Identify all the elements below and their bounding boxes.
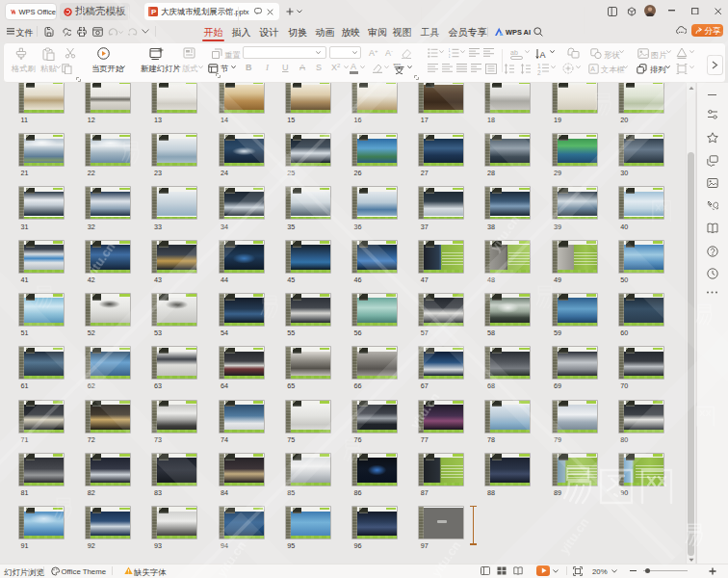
svg-text:A: A — [590, 66, 595, 72]
svg-text:yitu.cn: yitu.cn — [557, 515, 591, 557]
svg-text:ab: ab — [510, 49, 518, 56]
svg-text:1: 1 — [449, 48, 451, 53]
svg-text:A: A — [540, 50, 546, 60]
svg-text:wen: wen — [394, 62, 402, 66]
svg-text:2: 2 — [537, 68, 541, 75]
svg-text:P: P — [151, 8, 157, 16]
svg-text:2: 2 — [449, 54, 451, 58]
